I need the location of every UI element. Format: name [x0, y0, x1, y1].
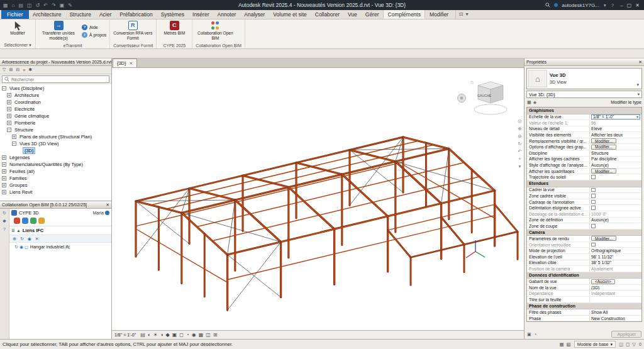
- viewcube[interactable]: ⌂ GAUCHE: [454, 75, 514, 121]
- detail-level-icon[interactable]: ▤: [140, 332, 145, 338]
- select-links-icon[interactable]: ◻: [626, 341, 630, 347]
- property-value[interactable]: [590, 174, 641, 180]
- ifc-links-row[interactable]: ≣▲ Liens IFC: [9, 226, 111, 235]
- value-dropdown[interactable]: 1/8" = 1'-0"▾: [591, 114, 640, 119]
- tab-annoter[interactable]: Annoter: [213, 9, 240, 19]
- collab-settings-icon[interactable]: ✱: [3, 219, 6, 224]
- account-name[interactable]: autodesk1Y7G...: [562, 3, 599, 8]
- property-value[interactable]: Aucun(e): [590, 218, 641, 223]
- collab-app-icon-4[interactable]: [38, 218, 45, 224]
- file-box-icon[interactable]: ◻: [25, 245, 28, 250]
- tab-compl-ments[interactable]: Compléments: [383, 9, 425, 19]
- tab-syst-mes[interactable]: Systèmes: [157, 9, 188, 19]
- tab-collaborer[interactable]: Collaborer: [311, 9, 343, 19]
- browser-filter-icon[interactable]: ▽: [3, 67, 6, 72]
- expand-icon[interactable]: +: [2, 162, 6, 167]
- property-value[interactable]: Show All: [590, 309, 641, 315]
- modify-pen-icon[interactable]: ✎: [67, 3, 73, 8]
- modify-button[interactable]: Modifier...: [591, 236, 616, 241]
- property-value[interactable]: [590, 193, 641, 199]
- property-value[interactable]: [590, 187, 641, 193]
- property-value[interactable]: Ajustement: [590, 266, 641, 272]
- restore-button[interactable]: ▢: [625, 3, 634, 8]
- viewcube-compass[interactable]: [474, 104, 507, 114]
- ribbon-button-formit[interactable]: RConversion RFA vers Formit: [112, 20, 153, 42]
- ifc-import-icon[interactable]: ⊕: [13, 236, 16, 241]
- rendering-icon[interactable]: ◆: [166, 332, 170, 338]
- ribbon-button-openbim[interactable]: Collaboration Open BIM: [194, 20, 236, 42]
- expand-icon[interactable]: +: [7, 114, 11, 118]
- redo-icon[interactable]: ↷: [51, 3, 57, 8]
- property-value[interactable]: 98' 1 11/32": [590, 254, 641, 260]
- tree-item[interactable]: +Légendes: [0, 154, 111, 161]
- tab-volume-et-site[interactable]: Volume et site: [269, 9, 311, 19]
- drawing-area[interactable]: ⌂ GAUCHE ◎⊕⊖↻↶+▾: [112, 68, 524, 330]
- property-value[interactable]: [590, 205, 641, 211]
- account-caret-icon[interactable]: ▾: [603, 3, 607, 8]
- ribbon-button-etransmit[interactable]: →Transférer un/des modèle(s): [38, 20, 79, 42]
- collaboration-user[interactable]: Maria: [92, 211, 109, 215]
- rewind-icon[interactable]: ↶: [518, 148, 521, 154]
- collapse-icon[interactable]: −: [7, 128, 11, 132]
- tree-item[interactable]: −Vues (Discipline): [0, 85, 111, 92]
- tree-item[interactable]: −Structure: [0, 126, 111, 133]
- visual-style-icon[interactable]: ◐: [148, 332, 151, 338]
- constraints-icon[interactable]: ⊞: [213, 332, 218, 338]
- modify-button[interactable]: <Aucun>: [591, 279, 615, 284]
- checkbox[interactable]: [591, 200, 596, 204]
- property-value[interactable]: 1/8" = 1'-0"▾: [590, 114, 641, 120]
- model-selector[interactable]: Modèle de base ▾: [574, 341, 616, 348]
- tree-item[interactable]: +Plans de structure (Structural Plan): [0, 133, 111, 140]
- expand-icon[interactable]: +: [2, 183, 6, 187]
- property-value[interactable]: Structure: [590, 150, 641, 156]
- tab-modifier[interactable]: Modifier: [425, 9, 452, 19]
- worksets-icon[interactable]: ▦: [559, 341, 564, 347]
- search-box[interactable]: [2, 75, 109, 83]
- expand-icon[interactable]: +: [12, 135, 16, 139]
- property-value[interactable]: {3D}: [590, 285, 641, 291]
- type-selector-caret-icon[interactable]: ▾: [635, 82, 640, 87]
- property-value[interactable]: Par discipline: [590, 157, 641, 162]
- tree-item[interactable]: +Architecture: [0, 92, 111, 99]
- minimize-button[interactable]: –: [618, 3, 625, 8]
- tab-analyser[interactable]: Analyser: [240, 9, 269, 19]
- close-icon[interactable]: ✕: [636, 60, 642, 65]
- property-value[interactable]: [590, 199, 641, 205]
- property-value[interactable]: Elevé: [590, 126, 641, 132]
- help-icon[interactable]: ?: [611, 3, 614, 8]
- filter-icon[interactable]: ▽: [632, 341, 636, 347]
- expand-icon[interactable]: +: [2, 155, 6, 160]
- search-input[interactable]: [11, 77, 107, 82]
- property-value[interactable]: Modifier...: [590, 138, 641, 144]
- app-menu-icon[interactable]: ▦: [3, 3, 9, 8]
- open-icon[interactable]: ▤: [18, 3, 24, 8]
- property-value[interactable]: Modifier...: [590, 169, 641, 174]
- checkbox[interactable]: [591, 206, 596, 210]
- crop-visibility-icon[interactable]: ◻: [179, 332, 184, 338]
- checkbox[interactable]: [591, 175, 596, 179]
- print-icon[interactable]: ▣: [59, 3, 65, 8]
- property-value[interactable]: Indépendant: [590, 291, 641, 296]
- expand-icon[interactable]: +: [7, 121, 11, 125]
- shadows-icon[interactable]: ◑: [160, 332, 164, 338]
- tab-fichier[interactable]: Fichier: [1, 9, 29, 19]
- sun-path-icon[interactable]: ☀: [153, 332, 158, 338]
- tree-item[interactable]: +Electricité: [0, 106, 111, 113]
- ribbon-button-cursor[interactable]: Modifier: [2, 20, 33, 42]
- search-icon[interactable]: [545, 3, 550, 8]
- checkbox[interactable]: [591, 188, 596, 192]
- properties-pin-icon[interactable]: ◔: [534, 332, 536, 337]
- home-icon[interactable]: ⌂: [11, 3, 16, 8]
- worksharing-display-icon[interactable]: ◫: [206, 332, 211, 338]
- collapse-icon[interactable]: −: [2, 86, 6, 91]
- property-value[interactable]: <Aucun>: [590, 279, 641, 284]
- view-scale[interactable]: 1/8" = 1'-0": [114, 333, 138, 337]
- property-section-header[interactable]: Etendues: [527, 180, 641, 187]
- browser-settings-icon[interactable]: ✱: [28, 67, 32, 72]
- property-value[interactable]: Orthographique: [590, 248, 641, 253]
- close-tab-icon[interactable]: ✕: [129, 61, 132, 66]
- expand-icon[interactable]: +: [2, 190, 6, 194]
- tree-item[interactable]: +Groupes: [0, 182, 111, 189]
- browser-collapse-all-icon[interactable]: ⊟: [16, 67, 19, 72]
- view-tab-3d[interactable]: {3D} ✕: [113, 58, 137, 67]
